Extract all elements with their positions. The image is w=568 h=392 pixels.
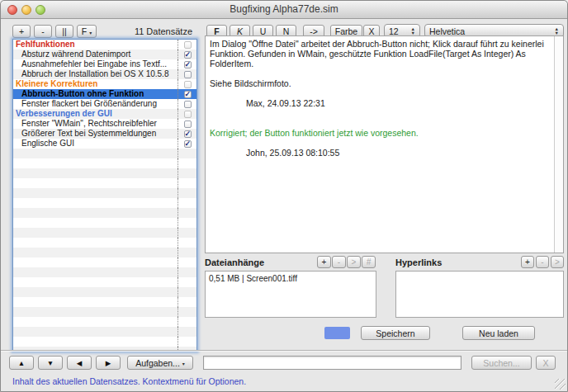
row-checkbox[interactable] xyxy=(184,111,192,118)
empty-row[interactable] xyxy=(13,178,196,188)
record-row[interactable]: Ausnahmefehler bei Eingabe ins Textf...✓ xyxy=(13,59,196,69)
record-text-editor[interactable]: Im Dialog "Öffne Datei" arbeitet der Abb… xyxy=(205,35,564,253)
category-row[interactable]: Fehlfunktionen xyxy=(13,40,196,50)
window-title: Bugfixing Alpha77de.sim xyxy=(1,1,567,18)
hyperlink-remove-button[interactable]: - xyxy=(536,256,549,268)
empty-row[interactable] xyxy=(13,307,196,317)
attachment-add-button[interactable]: + xyxy=(317,256,331,268)
empty-row[interactable] xyxy=(13,248,196,257)
save-button[interactable]: Speichern xyxy=(361,326,430,340)
row-checkbox[interactable]: ✓ xyxy=(184,130,192,138)
row-label: Absturz während Datenimport xyxy=(13,50,178,59)
empty-row[interactable] xyxy=(13,208,196,218)
record-row[interactable]: Absturz während Datenimport✓ xyxy=(13,50,196,59)
checkbox-cell: ✓ xyxy=(178,129,196,139)
hyperlink-open-button[interactable]: > xyxy=(551,256,564,268)
row-checkbox[interactable] xyxy=(184,101,192,108)
reload-button[interactable]: Neu laden xyxy=(462,326,535,340)
status-text: Inhalt des aktuellen Datensatzes. Kontex… xyxy=(12,376,246,386)
attachment-open-button[interactable]: > xyxy=(347,256,361,268)
attachment-item[interactable]: 0,51 MB | Screen001.tiff xyxy=(206,272,376,283)
row-checkbox[interactable] xyxy=(184,81,192,88)
row-label: Abbruch-Button ohne Funktion xyxy=(13,89,178,99)
checkbox-cell xyxy=(178,238,196,248)
empty-row[interactable] xyxy=(13,287,196,297)
zoom-window-icon[interactable] xyxy=(36,5,45,15)
empty-row[interactable] xyxy=(13,317,196,327)
minimize-window-icon[interactable] xyxy=(21,5,31,15)
attachments-title: Dateianhänge xyxy=(205,257,264,267)
empty-row[interactable] xyxy=(13,149,196,158)
first-record-button[interactable]: ▲ xyxy=(9,356,34,370)
editor-content[interactable]: Im Dialog "Öffne Datei" arbeitet der Abb… xyxy=(206,36,554,253)
search-input[interactable] xyxy=(203,356,462,370)
record-row[interactable]: Englische GUI✓ xyxy=(13,139,196,149)
empty-row[interactable] xyxy=(13,277,196,287)
pause-button[interactable]: || xyxy=(55,25,73,38)
attachment-number-button[interactable]: # xyxy=(362,256,376,268)
filter-menu-button[interactable]: F ▾ xyxy=(77,25,97,38)
empty-row[interactable] xyxy=(13,257,196,267)
hyperlink-list[interactable] xyxy=(395,271,564,318)
record-row[interactable]: Fenster flackert bei Größenänderung xyxy=(13,99,196,109)
empty-row[interactable] xyxy=(13,267,196,277)
checkbox-cell xyxy=(178,287,196,297)
editor-paragraph xyxy=(210,138,551,148)
checkbox-cell xyxy=(178,168,196,178)
next-record-button[interactable]: ▶ xyxy=(96,356,121,370)
empty-row[interactable] xyxy=(13,297,196,307)
row-checkbox[interactable]: ✓ xyxy=(184,91,192,98)
row-checkbox[interactable]: ✓ xyxy=(184,140,192,148)
record-row[interactable]: Abbruch-Button ohne Funktion✓ xyxy=(13,89,196,99)
clear-search-button[interactable]: X xyxy=(536,356,556,370)
hyperlink-add-button[interactable]: + xyxy=(521,256,534,268)
row-label: Ausnahmefehler bei Eingabe ins Textf... xyxy=(13,59,178,69)
record-row[interactable]: Größerer Text bei Systemmeldungen✓ xyxy=(13,129,196,139)
empty-row[interactable] xyxy=(13,238,196,248)
attachment-remove-button[interactable]: - xyxy=(332,256,346,268)
record-list[interactable]: FehlfunktionenAbsturz während Datenimpor… xyxy=(12,39,197,352)
resize-grip-icon[interactable] xyxy=(555,379,566,390)
row-checkbox[interactable] xyxy=(184,120,192,128)
category-row[interactable]: Verbesserungen der GUI xyxy=(13,109,196,119)
close-window-icon[interactable] xyxy=(7,5,17,15)
editor-paragraph: John, 25.09.13 08:10:55 xyxy=(210,148,551,158)
add-record-button[interactable]: + xyxy=(12,25,31,38)
font-size-value: 12 xyxy=(389,26,399,36)
editor-paragraph: Korrigiert; der Button funktioniert jetz… xyxy=(210,128,551,138)
checkbox-cell xyxy=(178,198,196,208)
empty-row[interactable] xyxy=(13,158,196,168)
checkbox-cell: ✓ xyxy=(178,50,196,59)
checkbox-cell xyxy=(178,40,196,50)
empty-row[interactable] xyxy=(13,188,196,198)
empty-row[interactable] xyxy=(13,198,196,208)
empty-row[interactable] xyxy=(13,327,196,337)
stepper-icon: ▲▼ xyxy=(551,27,559,35)
record-row[interactable]: Fenster "WMain", Rechtschreibfehler xyxy=(13,119,196,129)
record-row[interactable]: Abbruch der Installation bei OS X 10.5.8 xyxy=(13,69,196,79)
row-checkbox[interactable] xyxy=(184,41,192,49)
previous-record-button[interactable]: ◀ xyxy=(67,356,92,370)
bottom-divider xyxy=(1,350,567,352)
row-checkbox[interactable]: ✓ xyxy=(184,61,192,68)
checkbox-cell xyxy=(178,277,196,287)
last-record-button[interactable]: ▼ xyxy=(38,356,63,370)
empty-row[interactable] xyxy=(13,168,196,178)
search-button[interactable]: Suchen... xyxy=(471,356,532,370)
category-row[interactable]: Kleinere Korrekturen xyxy=(13,79,196,89)
checkbox-cell xyxy=(178,178,196,188)
stepper-icon: ▲▼ xyxy=(407,27,415,35)
row-checkbox[interactable] xyxy=(184,71,192,78)
editor-scrollbar[interactable] xyxy=(554,36,563,253)
row-label: Fenster flackert bei Größenänderung xyxy=(13,99,178,109)
checkbox-cell xyxy=(178,317,196,327)
empty-row[interactable] xyxy=(13,228,196,238)
empty-row[interactable] xyxy=(13,337,196,347)
tasks-menu-button[interactable]: Aufgaben... ▾ xyxy=(127,356,193,370)
checkbox-cell xyxy=(178,69,196,79)
remove-record-button[interactable]: - xyxy=(34,25,52,38)
tasks-menu-label: Aufgaben... xyxy=(135,358,180,368)
row-checkbox[interactable]: ✓ xyxy=(184,51,192,59)
attachment-list[interactable]: 0,51 MB | Screen001.tiff xyxy=(205,271,376,318)
empty-row[interactable] xyxy=(13,218,196,228)
